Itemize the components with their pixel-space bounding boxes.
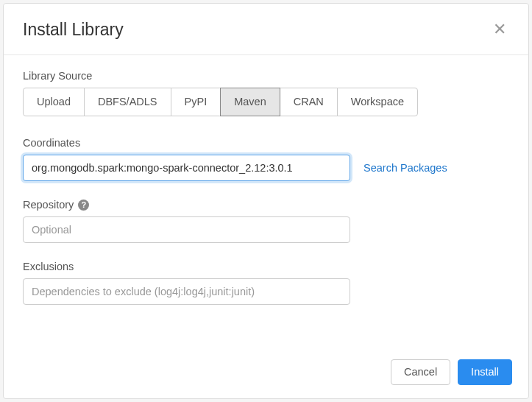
cancel-button[interactable]: Cancel xyxy=(391,359,450,385)
exclusions-block: Exclusions xyxy=(23,261,509,305)
source-tab-cran[interactable]: CRAN xyxy=(280,88,338,116)
coordinates-block: Coordinates Search Packages xyxy=(23,137,509,181)
help-icon[interactable]: ? xyxy=(78,200,89,211)
coordinates-label: Coordinates xyxy=(23,137,509,149)
close-icon[interactable]: ✕ xyxy=(490,20,509,39)
repository-block: Repository ? xyxy=(23,199,509,243)
library-source-block: Library Source UploadDBFS/ADLSPyPIMavenC… xyxy=(23,70,509,116)
repository-label: Repository ? xyxy=(23,199,509,211)
modal-body: Library Source UploadDBFS/ADLSPyPIMavenC… xyxy=(4,55,528,349)
coordinates-input[interactable] xyxy=(23,155,350,181)
library-source-label: Library Source xyxy=(23,70,509,82)
install-button[interactable]: Install xyxy=(458,359,512,385)
modal-title: Install Library xyxy=(23,20,124,40)
modal-header: Install Library ✕ xyxy=(4,4,528,55)
source-tab-upload[interactable]: Upload xyxy=(23,88,85,116)
search-packages-link[interactable]: Search Packages xyxy=(363,162,447,174)
exclusions-input[interactable] xyxy=(23,278,350,305)
repository-input[interactable] xyxy=(23,216,350,243)
library-source-tabs: UploadDBFS/ADLSPyPIMavenCRANWorkspace xyxy=(23,88,509,116)
install-library-modal: Install Library ✕ Library Source UploadD… xyxy=(3,3,529,399)
modal-footer: Cancel Install xyxy=(4,349,528,398)
exclusions-label: Exclusions xyxy=(23,261,509,272)
source-tab-dbfs-adls[interactable]: DBFS/ADLS xyxy=(84,88,171,116)
source-tab-workspace[interactable]: Workspace xyxy=(337,88,418,116)
source-tab-pypi[interactable]: PyPI xyxy=(171,88,221,116)
source-tab-maven[interactable]: Maven xyxy=(220,88,280,116)
repository-label-text: Repository xyxy=(23,199,74,211)
